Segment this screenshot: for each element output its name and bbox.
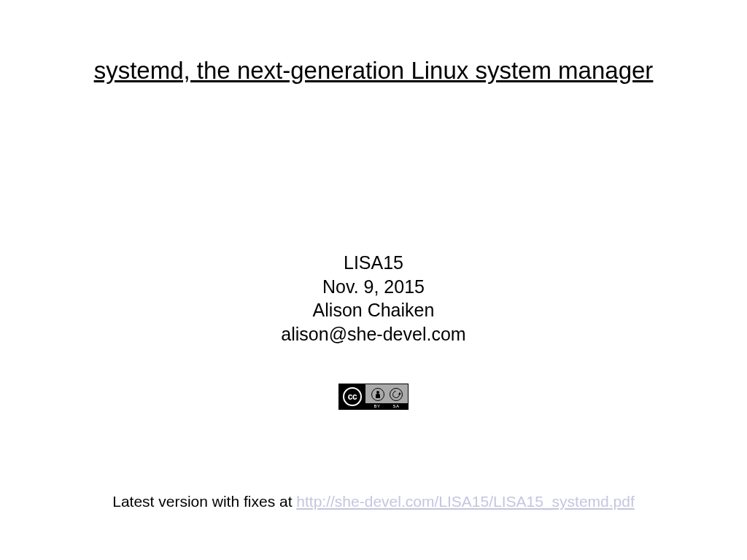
cc-by-sa-license-badge: cc BY SA (338, 384, 409, 410)
by-sa-labels: BY SA (365, 403, 408, 409)
by-sa-icons (365, 384, 408, 403)
footer-prefix: Latest version with fixes at (112, 493, 296, 510)
cc-logo-cell: cc (339, 384, 365, 409)
author-email: alison@she-devel.com (281, 322, 465, 346)
slide-title: systemd, the next-generation Linux syste… (94, 57, 654, 85)
conference-name: LISA15 (281, 251, 465, 275)
meta-block: LISA15 Nov. 9, 2015 Alison Chaiken aliso… (281, 251, 465, 346)
by-icon (371, 388, 384, 401)
slide: systemd, the next-generation Linux syste… (0, 0, 747, 560)
by-sa-cell: BY SA (365, 384, 408, 409)
footer: Latest version with fixes at http://she-… (0, 493, 747, 510)
by-label: BY (374, 404, 380, 408)
cc-logo-icon: cc (343, 387, 362, 406)
footer-link[interactable]: http://she-devel.com/LISA15/LISA15_syste… (296, 493, 634, 510)
presentation-date: Nov. 9, 2015 (281, 275, 465, 299)
sa-label: SA (392, 404, 399, 408)
sa-icon (390, 388, 403, 401)
author-name: Alison Chaiken (281, 298, 465, 322)
